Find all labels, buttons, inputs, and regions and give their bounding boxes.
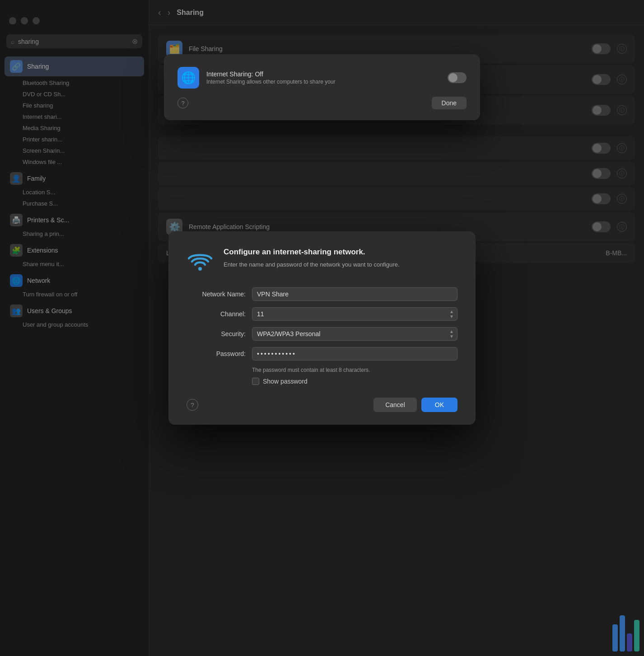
sharing-sheet-header: 🌐 Internet Sharing: Off Internet Sharing…: [177, 67, 467, 89]
network-name-row: Network Name:: [187, 287, 457, 301]
svg-point-0: [198, 267, 202, 271]
configure-dialog: Configure an internet-sharing network. E…: [168, 231, 476, 425]
ok-button[interactable]: OK: [421, 398, 457, 412]
security-label: Security:: [187, 330, 252, 337]
dialog-btn-group: Cancel OK: [373, 398, 457, 412]
cancel-button[interactable]: Cancel: [373, 398, 417, 412]
channel-select[interactable]: 11: [252, 307, 457, 321]
help-icon: ?: [181, 100, 184, 107]
password-row: Password:: [187, 347, 457, 361]
dialog-desc: Enter the name and password of the netwo…: [224, 260, 400, 269]
dialog-header-text: Configure an internet-sharing network. E…: [224, 248, 400, 269]
sharing-sheet: 🌐 Internet Sharing: Off Internet Sharing…: [164, 54, 480, 120]
password-label: Password:: [187, 350, 252, 357]
help-icon: ?: [191, 402, 194, 408]
security-select[interactable]: WPA2/WPA3 Personal: [252, 327, 457, 341]
channel-row: Channel: 11 ▲ ▼: [187, 307, 457, 321]
channel-label: Channel:: [187, 310, 252, 318]
network-name-label: Network Name:: [187, 291, 252, 298]
network-name-input[interactable]: [252, 287, 457, 301]
security-select-wrapper: WPA2/WPA3 Personal ▲ ▼: [252, 327, 457, 341]
sharing-help-button[interactable]: ?: [177, 98, 188, 108]
password-hint: The password must contain at least 8 cha…: [252, 367, 457, 373]
wifi-icon: [187, 248, 214, 275]
show-password-label: Show password: [263, 378, 308, 385]
show-password-row: Show password: [252, 378, 457, 385]
done-button[interactable]: Done: [432, 97, 467, 109]
dialog-header: Configure an internet-sharing network. E…: [187, 248, 457, 275]
dialog-help-button[interactable]: ?: [187, 399, 198, 411]
show-password-checkbox[interactable]: [252, 378, 259, 385]
sharing-sheet-desc: Internet Sharing allows other computers …: [206, 79, 440, 85]
security-row: Security: WPA2/WPA3 Personal ▲ ▼: [187, 327, 457, 341]
channel-select-wrapper: 11 ▲ ▼: [252, 307, 457, 321]
channel-value: 11: [257, 310, 264, 318]
sharing-sheet-toggle[interactable]: [448, 72, 467, 83]
password-input[interactable]: [252, 347, 457, 361]
sharing-sheet-footer: ? Done: [177, 97, 467, 109]
internet-sharing-sheet-icon: 🌐: [177, 67, 199, 89]
sharing-sheet-text: Internet Sharing: Off Internet Sharing a…: [206, 70, 440, 85]
sharing-toggle-knob: [448, 73, 457, 82]
security-value: WPA2/WPA3 Personal: [257, 330, 320, 337]
dialog-title: Configure an internet-sharing network.: [224, 248, 400, 257]
dialog-buttons: ? Cancel OK: [187, 398, 457, 412]
sharing-sheet-title: Internet Sharing: Off: [206, 70, 440, 78]
